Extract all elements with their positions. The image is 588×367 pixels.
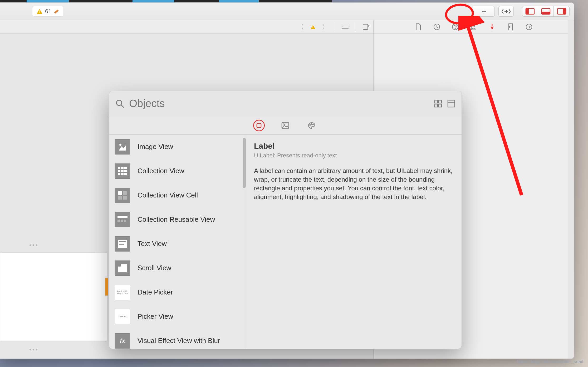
svg-point-16: [473, 25, 474, 27]
svg-rect-3: [542, 12, 550, 14]
svg-rect-54: [124, 220, 126, 222]
outline-panel[interactable]: [0, 252, 107, 341]
toolbar: 61 ＋: [0, 3, 574, 20]
size-inspector-tab[interactable]: [507, 23, 514, 31]
svg-rect-9: [363, 24, 368, 30]
activity-status[interactable]: 61: [32, 6, 64, 17]
warning-icon: [37, 9, 42, 14]
grid-view-button[interactable]: [434, 100, 442, 108]
svg-rect-31: [257, 123, 261, 128]
list-item[interactable]: Text View: [109, 232, 246, 256]
toggle-bottom-panel-button[interactable]: [538, 6, 554, 17]
history-inspector-tab[interactable]: [433, 23, 441, 31]
list-item[interactable]: Collection View Cell: [109, 183, 246, 207]
warning-icon: [311, 25, 315, 29]
object-detail: Label UILabel: Presents read-only text A…: [246, 135, 462, 349]
editor-jump-bar: 〈 〉: [0, 20, 373, 33]
file-inspector-tab[interactable]: [414, 23, 422, 31]
svg-rect-40: [124, 167, 127, 169]
svg-rect-41: [118, 170, 120, 172]
object-list[interactable]: Image View Collection View Collection Vi…: [109, 135, 246, 349]
svg-point-14: [455, 28, 455, 29]
inspector-scrollbar-track: [568, 20, 574, 359]
objects-category-tab[interactable]: [253, 120, 265, 131]
pencil-icon: [54, 9, 59, 14]
identity-inspector-tab[interactable]: [470, 23, 478, 31]
svg-rect-51: [117, 216, 128, 218]
list-scrollbar-thumb[interactable]: [243, 138, 246, 188]
svg-rect-45: [121, 173, 124, 175]
panel-toggle-group: [522, 6, 570, 17]
divider: [356, 23, 356, 31]
attributes-inspector-tab[interactable]: [488, 23, 496, 31]
svg-rect-55: [118, 240, 127, 248]
divider: [335, 23, 335, 31]
toggle-left-panel-button[interactable]: [522, 6, 538, 17]
svg-rect-5: [563, 8, 566, 14]
object-library-panel: Image View Collection View Collection Vi…: [109, 91, 462, 349]
issue-count: 61: [45, 8, 51, 15]
svg-rect-47: [118, 191, 122, 195]
svg-point-34: [310, 124, 310, 125]
svg-line-24: [121, 105, 124, 107]
svg-rect-48: [123, 191, 127, 195]
toggle-right-panel-button[interactable]: [554, 6, 570, 17]
svg-point-35: [311, 123, 312, 124]
help-inspector-tab[interactable]: [451, 23, 459, 31]
background-tab-strip: [0, 0, 332, 2]
list-item[interactable]: Image View: [109, 135, 246, 159]
list-view-button[interactable]: [447, 100, 455, 108]
svg-rect-60: [118, 264, 121, 267]
assistant-add-button[interactable]: [362, 22, 371, 31]
color-category-tab[interactable]: [306, 120, 317, 131]
svg-rect-46: [124, 173, 127, 175]
code-review-button[interactable]: [498, 6, 514, 17]
detail-subtitle: UILabel: Presents read-only text: [254, 152, 454, 159]
inspector-tab-bar: [374, 20, 574, 33]
list-item[interactable]: Scroll View: [109, 256, 246, 280]
svg-rect-42: [121, 170, 124, 172]
media-category-tab[interactable]: [280, 120, 291, 131]
search-icon: [115, 99, 124, 108]
svg-point-33: [283, 124, 285, 125]
related-items-button[interactable]: [341, 22, 350, 31]
svg-rect-50: [123, 196, 127, 200]
history-back-button[interactable]: 〈: [297, 22, 304, 32]
list-item[interactable]: Apr 1 1976May 2 1977Date Picker: [109, 280, 246, 305]
list-item[interactable]: CupertinoPicker View: [109, 305, 246, 329]
library-search-input[interactable]: [129, 98, 429, 109]
add-library-button[interactable]: ＋: [473, 6, 495, 17]
svg-rect-38: [118, 167, 120, 169]
connections-inspector-tab[interactable]: [525, 23, 533, 31]
library-button-group: ＋: [473, 6, 495, 17]
list-item[interactable]: Collection Reusable View: [109, 207, 246, 232]
svg-rect-49: [118, 196, 122, 200]
svg-rect-1: [526, 8, 528, 14]
svg-rect-53: [121, 220, 123, 222]
selection-indicator: [105, 278, 108, 296]
svg-rect-44: [118, 173, 120, 175]
svg-point-37: [119, 144, 121, 146]
svg-rect-43: [124, 170, 127, 172]
svg-rect-39: [121, 167, 124, 169]
list-item[interactable]: fxVisual Effect View with Blur: [109, 329, 246, 349]
svg-rect-52: [117, 220, 120, 222]
detail-description: A label can contain an arbitrary amount …: [254, 166, 454, 201]
svg-point-36: [312, 124, 313, 125]
svg-rect-26: [439, 100, 442, 103]
list-item[interactable]: Collection View: [109, 159, 246, 183]
svg-rect-28: [439, 104, 442, 107]
history-forward-button[interactable]: 〉: [322, 22, 329, 32]
svg-rect-29: [448, 100, 455, 107]
watermark: https://blog.csdn.net/saller_snail: [517, 359, 583, 364]
svg-rect-25: [435, 100, 438, 103]
svg-rect-27: [435, 104, 438, 107]
detail-title: Label: [254, 142, 454, 151]
